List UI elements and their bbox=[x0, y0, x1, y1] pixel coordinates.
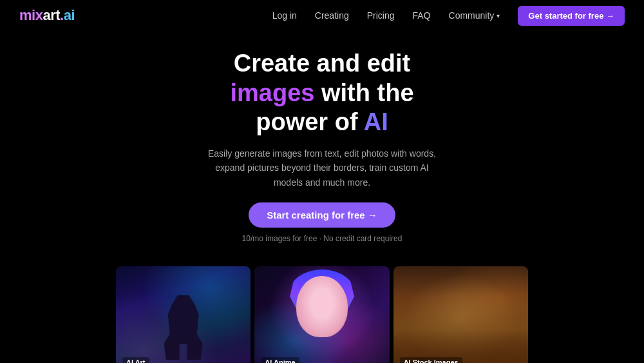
hero-title-line1: Create and edit bbox=[234, 50, 411, 77]
grid-label-ai-art: AI Art bbox=[122, 357, 149, 363]
grid-label-ai-anime: AI Anime bbox=[261, 357, 299, 363]
hero-cta-button[interactable]: Start creating for free → bbox=[249, 202, 395, 228]
nav-links: Log in Creating Pricing FAQ Community ▾ … bbox=[272, 6, 625, 26]
grid-label-ai-stock: AI Stock Images bbox=[400, 357, 462, 363]
fantasy-towers bbox=[393, 295, 528, 363]
nav-login[interactable]: Log in bbox=[272, 10, 297, 21]
logo-art: art bbox=[43, 7, 60, 23]
logo-ai: ai bbox=[64, 7, 75, 23]
nav-creating[interactable]: Creating bbox=[315, 10, 349, 21]
nav-faq[interactable]: FAQ bbox=[413, 10, 431, 21]
anime-face bbox=[296, 276, 348, 337]
grid-item-ai-stock[interactable]: AI Stock Images bbox=[393, 266, 528, 363]
nav-community-dropdown[interactable]: Community ▾ bbox=[449, 10, 500, 21]
hero-highlight-ai: AI bbox=[364, 108, 388, 135]
image-grid: AI Art AI Anime AI Stock Images bbox=[0, 266, 644, 363]
chevron-down-icon: ▾ bbox=[497, 12, 500, 19]
logo-mix: mix bbox=[19, 7, 43, 23]
hero-sub-note: 10/mo images for free · No credit card r… bbox=[13, 234, 631, 243]
hero-section: Create and edit images with the power of… bbox=[0, 31, 644, 256]
nav-community-label: Community bbox=[449, 10, 495, 21]
nav-pricing[interactable]: Pricing bbox=[367, 10, 395, 21]
hero-description: Easily generate images from text, edit p… bbox=[200, 146, 444, 190]
logo[interactable]: mixart.ai bbox=[19, 7, 75, 24]
navbar: mixart.ai Log in Creating Pricing FAQ Co… bbox=[0, 0, 644, 31]
hero-title-with: with the bbox=[321, 79, 414, 106]
nav-cta-button[interactable]: Get started for free → bbox=[518, 6, 625, 26]
grid-item-ai-anime[interactable]: AI Anime bbox=[254, 266, 389, 363]
hero-title: Create and edit images with the power of… bbox=[13, 49, 631, 137]
hero-highlight-images: images bbox=[230, 79, 314, 106]
grid-item-ai-art[interactable]: AI Art bbox=[116, 266, 251, 363]
hero-title-power: power of bbox=[256, 108, 363, 135]
